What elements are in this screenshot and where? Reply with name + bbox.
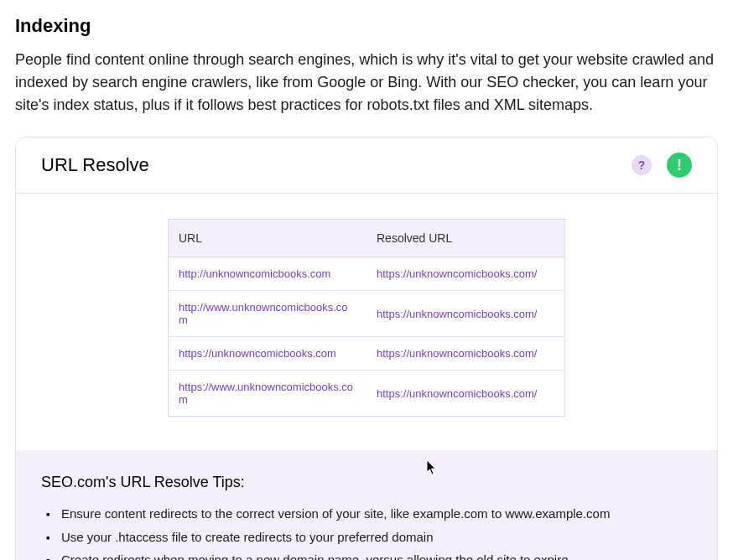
- card-title: URL Resolve: [41, 154, 149, 176]
- section-description: People find content online through searc…: [15, 49, 718, 117]
- table-row: https://www.unknowncomicbooks.com https:…: [169, 371, 565, 417]
- url-link[interactable]: http://www.unknowncomicbooks.com: [179, 301, 348, 326]
- resolved-url-link[interactable]: https://unknowncomicbooks.com/: [377, 347, 537, 360]
- table-header-url: URL: [169, 220, 367, 257]
- status-ok-icon: !: [667, 153, 692, 178]
- url-link[interactable]: http://unknowncomicbooks.com: [179, 267, 330, 280]
- resolved-url-link[interactable]: https://unknowncomicbooks.com/: [377, 387, 537, 400]
- table-row: https://unknowncomicbooks.com https://un…: [169, 337, 565, 371]
- url-resolve-table: URL Resolved URL http://unknowncomicbook…: [168, 219, 565, 417]
- tips-list: Ensure content redirects to the correct …: [41, 503, 692, 560]
- card-header: URL Resolve ? !: [16, 137, 717, 194]
- table-header-resolved: Resolved URL: [366, 220, 565, 257]
- card-body: URL Resolved URL http://unknowncomicbook…: [16, 194, 717, 450]
- tips-title: SEO.com's URL Resolve Tips:: [41, 474, 692, 491]
- tips-section: SEO.com's URL Resolve Tips: Ensure conte…: [16, 450, 717, 560]
- resolved-url-link[interactable]: https://unknowncomicbooks.com/: [377, 267, 537, 280]
- url-link[interactable]: https://www.unknowncomicbooks.com: [179, 381, 353, 406]
- section-title: Indexing: [15, 15, 718, 37]
- url-resolve-card: URL Resolve ? ! URL Resolved URL http://…: [15, 137, 718, 560]
- resolved-url-link[interactable]: https://unknowncomicbooks.com/: [377, 308, 537, 320]
- url-link[interactable]: https://unknowncomicbooks.com: [179, 347, 336, 360]
- tip-item: Create redirects when moving to a new do…: [61, 549, 692, 560]
- tip-item: Ensure content redirects to the correct …: [61, 503, 692, 525]
- header-icons: ? !: [632, 153, 692, 178]
- table-row: http://www.unknowncomicbooks.com https:/…: [169, 291, 565, 337]
- table-row: http://unknowncomicbooks.com https://unk…: [169, 257, 565, 291]
- tip-item: Use your .htaccess file to create redire…: [61, 526, 692, 548]
- help-icon[interactable]: ?: [632, 155, 652, 175]
